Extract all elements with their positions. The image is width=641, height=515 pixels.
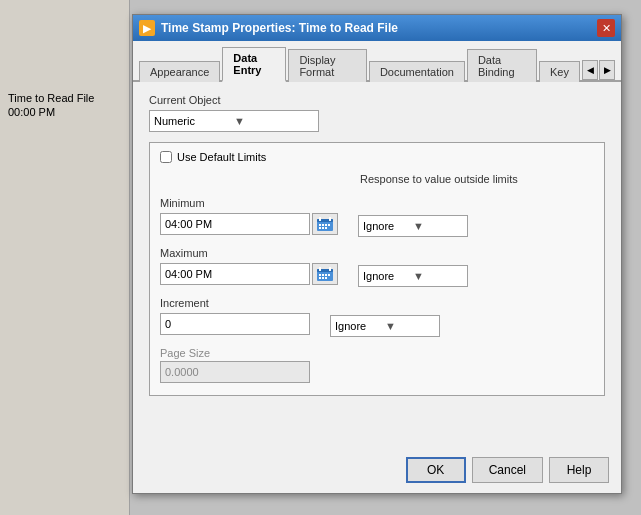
increment-label: Increment: [160, 297, 310, 309]
svg-rect-14: [329, 267, 331, 271]
response-incr-select[interactable]: Ignore ▼: [330, 315, 440, 337]
calendar-icon-max: [317, 267, 333, 281]
page-size-input[interactable]: [160, 361, 310, 383]
svg-rect-17: [325, 274, 327, 276]
side-panel: [0, 0, 130, 515]
dialog-window: ▶ Time Stamp Properties: Time to Read Fi…: [132, 14, 622, 494]
svg-rect-20: [322, 277, 324, 279]
increment-group: Increment: [160, 297, 310, 335]
response-min-value: Ignore: [363, 220, 413, 232]
dialog-title: Time Stamp Properties: Time to Read File: [161, 21, 398, 35]
cancel-button[interactable]: Cancel: [472, 457, 543, 483]
svg-rect-5: [322, 224, 324, 226]
response-max-arrow: ▼: [413, 270, 463, 282]
response-incr-arrow: ▼: [385, 320, 435, 332]
close-button[interactable]: ✕: [597, 19, 615, 37]
tab-display-format[interactable]: Display Format: [288, 49, 367, 82]
current-object-value: Numeric: [154, 115, 234, 127]
response-max-value: Ignore: [363, 270, 413, 282]
maximum-label: Maximum: [160, 247, 338, 259]
title-bar-left: ▶ Time Stamp Properties: Time to Read Fi…: [139, 20, 398, 36]
svg-rect-8: [319, 227, 321, 229]
minimum-input-row: [160, 213, 338, 235]
tab-next-button[interactable]: ▶: [599, 60, 615, 80]
title-bar: ▶ Time Stamp Properties: Time to Read Fi…: [133, 15, 621, 41]
maximum-calendar-button[interactable]: [312, 263, 338, 285]
svg-rect-21: [325, 277, 327, 279]
maximum-input[interactable]: [160, 263, 310, 285]
minimum-input[interactable]: [160, 213, 310, 235]
tab-data-entry[interactable]: Data Entry: [222, 47, 286, 82]
dialog-buttons: OK Cancel Help: [406, 457, 609, 483]
svg-rect-7: [328, 224, 330, 226]
svg-rect-16: [322, 274, 324, 276]
tab-key[interactable]: Key: [539, 61, 580, 82]
increment-input[interactable]: [160, 313, 310, 335]
maximum-row: Maximum: [160, 247, 594, 287]
calendar-icon: [317, 217, 333, 231]
page-size-group: Page Size: [160, 347, 594, 383]
page-size-label: Page Size: [160, 347, 594, 359]
svg-rect-4: [319, 224, 321, 226]
dialog-icon: ▶: [139, 20, 155, 36]
tabs-nav: ◀ ▶: [582, 60, 615, 80]
svg-rect-2: [319, 217, 321, 221]
svg-rect-19: [319, 277, 321, 279]
use-default-limits-checkbox[interactable]: [160, 151, 172, 163]
tab-documentation[interactable]: Documentation: [369, 61, 465, 82]
svg-rect-10: [325, 227, 327, 229]
tab-appearance[interactable]: Appearance: [139, 61, 220, 82]
minimum-row: Minimum: [160, 197, 594, 237]
use-default-limits-label: Use Default Limits: [177, 151, 266, 163]
increment-row: Increment Ignore ▼: [160, 297, 594, 337]
maximum-group: Maximum: [160, 247, 338, 285]
svg-rect-13: [319, 267, 321, 271]
help-button[interactable]: Help: [549, 457, 609, 483]
minimum-calendar-button[interactable]: [312, 213, 338, 235]
response-incr-group: Ignore ▼: [330, 297, 440, 337]
limits-group: Use Default Limits Response to value out…: [149, 142, 605, 396]
minimum-group: Minimum: [160, 197, 338, 235]
response-min-select[interactable]: Ignore ▼: [358, 215, 468, 237]
minimum-label: Minimum: [160, 197, 338, 209]
tab-data-binding[interactable]: Data Binding: [467, 49, 537, 82]
response-header-label: Response to value outside limits: [360, 173, 518, 185]
current-object-label: Current Object: [149, 94, 605, 106]
current-object-select[interactable]: Numeric ▼: [149, 110, 319, 132]
side-object-value: 00:00 PM: [8, 106, 55, 118]
side-object-label: Time to Read File: [8, 92, 94, 104]
tabs-container: Appearance Data Entry Display Format Doc…: [133, 41, 621, 82]
svg-rect-3: [329, 217, 331, 221]
use-default-limits-row: Use Default Limits: [160, 151, 594, 163]
svg-rect-6: [325, 224, 327, 226]
svg-rect-9: [322, 227, 324, 229]
tab-prev-button[interactable]: ◀: [582, 60, 598, 80]
current-object-arrow: ▼: [234, 115, 314, 127]
dialog-content: Current Object Numeric ▼ Use Default Lim…: [133, 82, 621, 408]
response-incr-value: Ignore: [335, 320, 385, 332]
response-max-group: Ignore ▼: [358, 247, 468, 287]
svg-rect-18: [328, 274, 330, 276]
maximum-input-row: [160, 263, 338, 285]
ok-button[interactable]: OK: [406, 457, 466, 483]
svg-rect-15: [319, 274, 321, 276]
response-min-arrow: ▼: [413, 220, 463, 232]
response-min-group: Ignore ▼: [358, 197, 468, 237]
response-max-select[interactable]: Ignore ▼: [358, 265, 468, 287]
